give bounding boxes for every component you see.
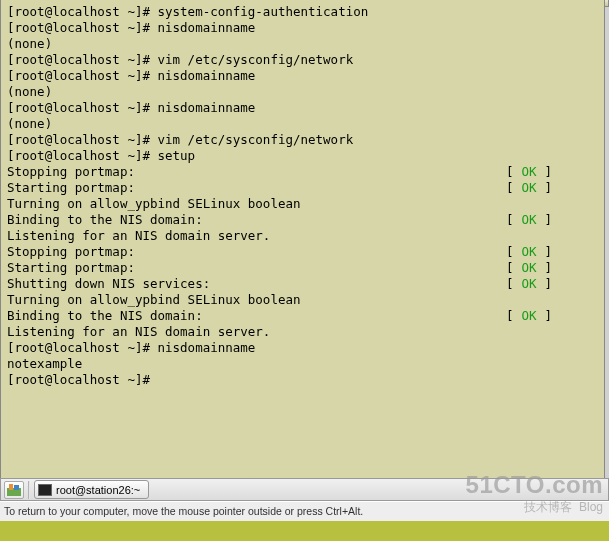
terminal-line: Starting portmap:[OK]	[7, 260, 552, 276]
terminal-line: [root@localhost ~]# nisdomainname	[7, 68, 598, 84]
terminal-line: [root@localhost ~]# nisdomainname	[7, 20, 598, 36]
output-text: Turning on allow_ypbind SELinux boolean	[7, 292, 301, 308]
service-status-result: [OK]	[506, 212, 552, 228]
terminal-line: [root@localhost ~]# vim /etc/sysconfig/n…	[7, 52, 598, 68]
terminal-line: (none)	[7, 84, 598, 100]
service-status-label: Stopping portmap:	[7, 164, 135, 180]
vm-hint-text: To return to your computer, move the mou…	[4, 505, 363, 517]
output-text: Turning on allow_ypbind SELinux boolean	[7, 196, 301, 212]
terminal-line: [root@localhost ~]# nisdomainname	[7, 340, 598, 356]
terminal-line: [root@localhost ~]# vim /etc/sysconfig/n…	[7, 132, 598, 148]
output-text: Listening for an NIS domain server.	[7, 228, 270, 244]
terminal-line: (none)	[7, 116, 598, 132]
prompt: [root@localhost ~]#	[7, 68, 158, 84]
service-status-label: Shutting down NIS services:	[7, 276, 210, 292]
service-status-label: Starting portmap:	[7, 180, 135, 196]
terminal-line: Listening for an NIS domain server.	[7, 324, 598, 340]
service-status-result: [OK]	[506, 276, 552, 292]
show-desktop-button[interactable]	[4, 481, 24, 499]
prompt: [root@localhost ~]#	[7, 100, 158, 116]
service-status-label: Binding to the NIS domain:	[7, 212, 203, 228]
terminal-line: Stopping portmap:[OK]	[7, 244, 552, 260]
output-text: Listening for an NIS domain server.	[7, 324, 270, 340]
taskbar: root@station26:~	[0, 478, 609, 501]
terminal-icon	[38, 484, 52, 496]
service-status-result: [OK]	[506, 164, 552, 180]
prompt: [root@localhost ~]#	[7, 20, 158, 36]
prompt: [root@localhost ~]#	[7, 372, 158, 388]
command-text: vim /etc/sysconfig/network	[158, 52, 354, 68]
output-text: notexample	[7, 356, 82, 372]
command-text: vim /etc/sysconfig/network	[158, 132, 354, 148]
service-status-result: [OK]	[506, 308, 552, 324]
ok-text: OK	[513, 260, 544, 276]
terminal-line: (none)	[7, 36, 598, 52]
output-text: (none)	[7, 36, 52, 52]
terminal-line: Starting portmap:[OK]	[7, 180, 552, 196]
terminal-line: [root@localhost ~]# nisdomainname	[7, 100, 598, 116]
terminal-line: [root@localhost ~]# system-config-authen…	[7, 4, 598, 20]
prompt: [root@localhost ~]#	[7, 340, 158, 356]
output-text: (none)	[7, 116, 52, 132]
bottom-strip	[0, 521, 609, 541]
svg-rect-1	[9, 484, 13, 490]
terminal-line: notexample	[7, 356, 598, 372]
command-text: nisdomainname	[158, 340, 256, 356]
svg-rect-2	[14, 485, 19, 490]
taskbar-window-title: root@station26:~	[56, 484, 140, 496]
terminal-viewport[interactable]: [root@localhost ~]# system-config-authen…	[0, 0, 605, 484]
command-text: setup	[158, 148, 196, 164]
command-text: nisdomainname	[158, 20, 256, 36]
service-status-label: Binding to the NIS domain:	[7, 308, 203, 324]
service-status-label: Stopping portmap:	[7, 244, 135, 260]
service-status-result: [OK]	[506, 260, 552, 276]
terminal-line: Shutting down NIS services:[OK]	[7, 276, 552, 292]
service-status-result: [OK]	[506, 180, 552, 196]
ok-text: OK	[513, 180, 544, 196]
command-text: system-config-authentication	[158, 4, 369, 20]
terminal-line: [root@localhost ~]#	[7, 372, 598, 388]
service-status-result: [OK]	[506, 244, 552, 260]
taskbar-separator	[28, 481, 30, 499]
terminal-line: Turning on allow_ypbind SELinux boolean	[7, 196, 598, 212]
service-status-label: Starting portmap:	[7, 260, 135, 276]
ok-text: OK	[513, 308, 544, 324]
ok-text: OK	[513, 276, 544, 292]
ok-text: OK	[513, 212, 544, 228]
command-text: nisdomainname	[158, 68, 256, 84]
terminal-line: [root@localhost ~]# setup	[7, 148, 598, 164]
terminal-line: Listening for an NIS domain server.	[7, 228, 598, 244]
terminal-line: Binding to the NIS domain:[OK]	[7, 308, 552, 324]
ok-text: OK	[513, 244, 544, 260]
command-text: nisdomainname	[158, 100, 256, 116]
prompt: [root@localhost ~]#	[7, 148, 158, 164]
terminal-line: Binding to the NIS domain:[OK]	[7, 212, 552, 228]
prompt: [root@localhost ~]#	[7, 4, 158, 20]
ok-text: OK	[513, 164, 544, 180]
taskbar-window-button[interactable]: root@station26:~	[34, 480, 149, 499]
output-text: (none)	[7, 84, 52, 100]
terminal-line: Turning on allow_ypbind SELinux boolean	[7, 292, 598, 308]
prompt: [root@localhost ~]#	[7, 52, 158, 68]
terminal-line: Stopping portmap:[OK]	[7, 164, 552, 180]
prompt: [root@localhost ~]#	[7, 132, 158, 148]
vm-hint-bar: To return to your computer, move the mou…	[0, 501, 609, 521]
